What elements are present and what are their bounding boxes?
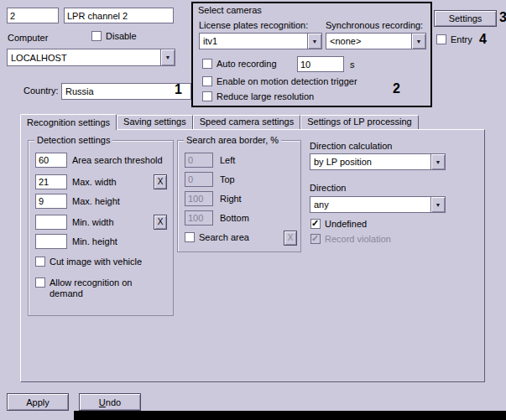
direction-calculation-value: by LP position [310,157,430,167]
country-label: Country: [23,86,59,96]
direction-calculation-label: Direction calculation [310,141,392,152]
undefined-checkbox-label: Undefined [325,219,367,230]
record-violation-checkbox: Record violation [310,234,391,245]
auto-recording-label: Auto recording [216,59,277,70]
motion-trigger-label: Enable on motion detection trigger [216,76,357,87]
area-search-threshold-label: Area search threshold [72,155,163,166]
cut-image-with-vehicle-checkbox[interactable]: Cut image with vehicle [35,257,142,267]
tab-recognition-settings[interactable]: Recognition settings [20,114,117,130]
search-area-top-field [185,172,213,187]
search-area-right-label: Right [220,194,242,205]
max-width-label: Max. width [72,177,117,188]
detection-settings-title: Detection settings [34,135,112,145]
entry-checkbox[interactable]: Entry [436,34,472,45]
chevron-down-icon[interactable] [430,197,445,212]
allow-recognition-on-demand-checkbox[interactable]: Allow recognition on demand [35,277,140,299]
annotation-marker-3: 3 [499,11,506,24]
area-search-threshold-field[interactable] [35,153,67,168]
select-cameras-title: Select cameras [198,5,262,16]
reduce-resolution-label: Reduce large resolution [216,91,314,102]
chevron-down-icon[interactable] [430,154,445,169]
reduce-resolution-checkbox[interactable]: Reduce large resolution [202,91,314,102]
motion-trigger-checkbox[interactable]: Enable on motion detection trigger [202,76,357,87]
checkbox-icon [35,277,45,288]
auto-recording-checkbox[interactable]: Auto recording [202,59,277,70]
search-area-checkbox[interactable]: Search area [185,232,249,243]
select-cameras-group: Select cameras License plates recognitio… [191,2,432,107]
max-width-field[interactable] [35,174,67,189]
lpr-camera-select[interactable]: itv1 [199,33,322,49]
min-width-field[interactable] [35,215,67,230]
chevron-down-icon[interactable] [411,34,425,49]
chevron-down-icon[interactable] [160,49,175,65]
search-area-top-label: Top [220,174,235,185]
max-height-field[interactable] [35,194,67,209]
computer-select[interactable]: LOCALHOST [7,49,175,66]
checkbox-icon [202,59,212,69]
direction-label: Direction [310,183,346,194]
entry-checkbox-label: Entry [451,34,472,45]
allow-on-demand-label: Allow recognition on demand [50,277,140,299]
checkbox-icon [202,91,212,101]
country-select[interactable]: Russia [61,83,206,100]
search-area-checkbox-label: Search area [199,232,249,243]
search-area-border-group: Search area border, % Left Top Right Bot… [177,140,301,252]
search-area-bottom-label: Bottom [220,213,249,224]
search-area-right-field [185,191,213,206]
search-area-border-title: Search area border, % [184,135,281,145]
max-height-label: Max. height [72,196,120,207]
annotation-marker-4: 4 [479,33,487,46]
detection-settings-group: Detection settings Area search threshold… [28,140,174,316]
min-height-field[interactable] [35,234,67,249]
channel-name-field[interactable] [64,8,174,23]
tab-saving-settings[interactable]: Saving settings [117,115,193,129]
computer-select-value: LOCALHOST [8,53,160,63]
max-size-clear-button[interactable]: X [154,174,167,189]
undo-label-rest: ndo [106,397,121,407]
recognition-settings-panel: Detection settings Area search threshold… [20,129,485,382]
direction-calculation-select[interactable]: by LP position [310,153,446,170]
settings-button[interactable]: Settings [434,10,497,27]
annotation-marker-1: 1 [175,83,182,96]
chevron-down-icon[interactable] [307,34,321,49]
tab-speed-camera-settings[interactable]: Speed camera settings [193,115,301,129]
tab-settings-of-lp-processing[interactable]: Settings of LP processing [300,115,419,129]
tab-bar: Recognition settings Saving settings Spe… [20,114,419,130]
lpr-camera-label: License plates recognition: [199,20,308,31]
min-size-clear-button[interactable]: X [154,215,167,230]
disable-checkbox-label: Disable [106,31,137,42]
direction-select-value: any [310,200,430,210]
channel-number-field[interactable] [7,8,59,23]
search-area-left-label: Left [220,155,235,166]
seconds-unit-label: s [350,60,355,70]
lpr-camera-select-value: itv1 [200,36,307,46]
auto-recording-time-field[interactable] [297,56,344,72]
undefined-checkbox[interactable]: Undefined [310,219,367,230]
checkbox-checked-icon [310,219,321,229]
checkbox-icon [185,232,195,242]
search-area-left-field [185,153,213,168]
disable-checkbox[interactable]: Disable [91,31,137,42]
min-width-label: Min. width [72,217,114,228]
apply-button[interactable]: Apply [7,393,69,411]
search-area-bottom-field [185,210,213,226]
computer-label: Computer [8,33,48,44]
checkbox-icon [436,34,446,44]
sync-recording-select-value: <none> [326,36,411,46]
record-violation-label: Record violation [325,234,391,245]
cut-image-label: Cut image with vehicle [50,257,142,267]
min-height-label: Min. height [72,236,117,247]
direction-select[interactable]: any [310,196,446,213]
undo-button[interactable]: Undo [79,393,141,411]
background-window-strip [74,411,506,420]
checkbox-icon [202,76,212,86]
checkbox-icon [35,257,45,267]
sync-recording-select[interactable]: <none> [326,33,426,49]
undo-mnemonic: U [99,397,106,407]
checkbox-icon [91,31,102,41]
checkbox-checked-icon [310,234,321,244]
search-area-clear-button: X [284,231,297,246]
lpr-channel-settings-window: Computer Disable LOCALHOST Country: Russ… [0,0,506,420]
annotation-marker-2: 2 [393,82,400,96]
country-select-value: Russia [62,86,190,96]
